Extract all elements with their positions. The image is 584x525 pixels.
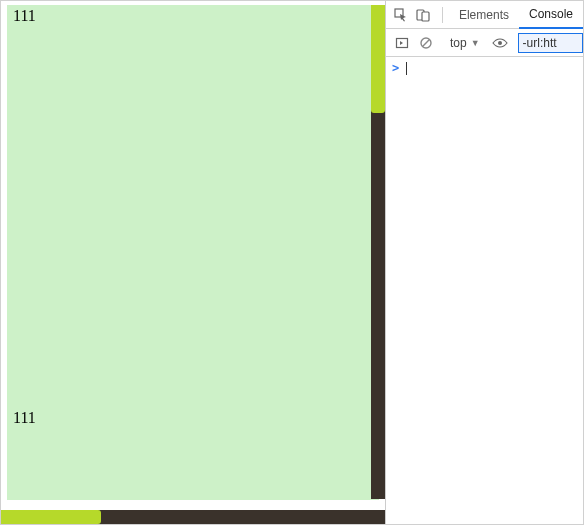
svg-rect-2 xyxy=(422,12,429,21)
console-body[interactable]: > xyxy=(386,57,583,524)
console-prompt[interactable]: > xyxy=(392,61,577,75)
app-window: 111 111 Elements Console xyxy=(0,0,584,525)
horizontal-scrollbar-track[interactable] xyxy=(1,510,385,524)
tab-console-label: Console xyxy=(529,7,573,21)
svg-point-6 xyxy=(498,41,502,45)
execution-context-label: top xyxy=(450,36,467,50)
prompt-caret-icon: > xyxy=(392,61,399,75)
inspect-element-icon[interactable] xyxy=(392,6,410,24)
vertical-scrollbar-track[interactable] xyxy=(371,5,385,499)
page-viewport: 111 111 xyxy=(1,1,386,524)
live-expression-icon[interactable] xyxy=(490,33,510,53)
tab-elements-label: Elements xyxy=(459,8,509,22)
device-toolbar-icon[interactable] xyxy=(414,6,432,24)
console-filter-input[interactable]: -url:htt xyxy=(518,33,583,53)
console-sidebar-toggle-icon[interactable] xyxy=(392,33,412,53)
devtools-panel: Elements Console top ▼ -url:htt xyxy=(386,1,583,524)
tab-elements[interactable]: Elements xyxy=(449,1,519,29)
tabbar-separator xyxy=(442,7,443,23)
clear-console-icon[interactable] xyxy=(416,33,436,53)
chevron-down-icon: ▼ xyxy=(471,38,480,48)
tab-console[interactable]: Console xyxy=(519,1,583,29)
svg-line-5 xyxy=(423,39,429,45)
page-body: 111 111 xyxy=(7,5,379,500)
page-text-1: 111 xyxy=(13,7,36,25)
vertical-scrollbar-thumb[interactable] xyxy=(371,5,385,113)
console-toolbar: top ▼ -url:htt xyxy=(386,29,583,57)
devtools-tabbar: Elements Console xyxy=(386,1,583,29)
page-content-area: 111 111 xyxy=(1,1,385,524)
page-text-2: 111 xyxy=(13,409,36,427)
console-filter-value: -url:htt xyxy=(523,36,557,50)
text-cursor xyxy=(406,62,407,75)
execution-context-selector[interactable]: top ▼ xyxy=(444,33,486,53)
horizontal-scrollbar-thumb[interactable] xyxy=(1,510,101,524)
